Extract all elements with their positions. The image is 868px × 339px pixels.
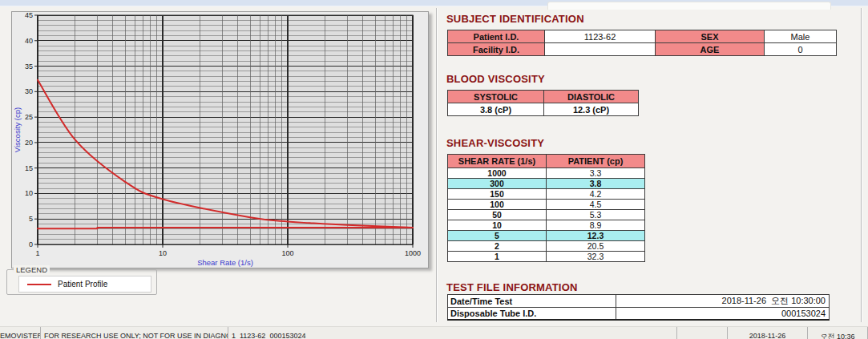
- x-tick-label: 10: [159, 249, 167, 257]
- shear-row: 220.5: [448, 241, 645, 252]
- legend-entry-box: Patient Profile: [18, 276, 151, 293]
- subject-label-cell: SEX: [656, 30, 765, 43]
- shear-rate-cell: 1: [448, 252, 547, 262]
- y-tick-label: 30: [25, 87, 33, 95]
- shear-rate-cell: 1000: [448, 168, 547, 179]
- subject-identification-table: Patient I.D.1123-62SEXMaleFacility I.D.A…: [447, 30, 837, 56]
- shear-rate-cell: 300: [448, 179, 547, 189]
- legend-groupbox: LEGEND Patient Profile: [6, 269, 157, 295]
- status-research-use-notice: FOR RESEARCH USE ONLY; NOT FOR USE IN DI…: [41, 327, 228, 339]
- status-empty-panel: [677, 327, 728, 339]
- y-tick-label: 5: [29, 215, 33, 223]
- legend-entry-label: Patient Profile: [58, 280, 107, 289]
- subject-label-cell: Patient I.D.: [448, 30, 545, 43]
- shear-viscosity-title: SHEAR-VISCOSITY: [446, 137, 544, 149]
- top-tab-highlight: [547, 2, 831, 10]
- patient-viscosity-cell: 32.3: [547, 252, 645, 262]
- subject-value-cell: [545, 43, 656, 56]
- shear-row: 1504.2: [448, 189, 645, 200]
- y-tick-label: 10: [25, 189, 33, 197]
- blood-header-cell: DIASTOLIC: [544, 91, 639, 103]
- shear-header-cell: PATIENT (cp): [547, 155, 645, 168]
- blood-header-row: SYSTOLICDIASTOLIC: [448, 91, 639, 103]
- subject-label-cell: AGE: [656, 43, 765, 56]
- status-test-file-name: 1_1123-62_000153024: [228, 327, 677, 339]
- y-tick-label: 35: [25, 63, 33, 71]
- patient-viscosity-cell: 12.3: [547, 231, 645, 241]
- patient-viscosity-cell: 4.2: [547, 189, 645, 200]
- y-tick-label: 15: [25, 164, 33, 172]
- shear-row: 108.9: [448, 220, 645, 231]
- shear-row: 3003.8: [448, 179, 645, 189]
- shear-rate-cell: 100: [448, 200, 547, 210]
- x-tick-label: 1000: [405, 249, 421, 257]
- panel-divider-right: [861, 8, 862, 322]
- y-tick-label: 40: [25, 37, 33, 45]
- subject-row: Facility I.D.AGE0: [448, 43, 837, 56]
- y-axis-title: Viscosity (cp): [13, 107, 22, 152]
- test-file-information-title: TEST FILE INFORMATION: [446, 281, 578, 293]
- blood-value-cell: 3.8 (cP): [448, 103, 544, 116]
- x-axis-title: Shear Rate (1/s): [197, 258, 253, 267]
- testfile-label-cell: Date/Time Test: [448, 295, 616, 308]
- x-tick-label: 100: [281, 249, 293, 257]
- test-file-information-table: Date/Time Test2018-11-26 오전 10:30:00Disp…: [447, 294, 830, 321]
- patient-viscosity-cell: 8.9: [547, 220, 645, 231]
- testfile-value-cell: 000153024: [616, 308, 830, 321]
- status-time: 오전 10:36: [808, 327, 868, 339]
- blood-viscosity-title: BLOOD VISCOSITY: [446, 73, 545, 85]
- patient-viscosity-cell: 3.8: [547, 179, 645, 189]
- status-app-name: EMOVISTER: [0, 327, 41, 339]
- status-date: 2018-11-26: [728, 327, 808, 339]
- blood-value-row: 3.8 (cP)12.3 (cP): [448, 103, 639, 116]
- testfile-value-cell: 2018-11-26 오전 10:30:00: [616, 295, 830, 308]
- shear-row: 132.3: [448, 252, 645, 262]
- legend-caption: LEGEND: [14, 265, 50, 274]
- panel-divider-left: [436, 8, 438, 322]
- viscosity-chart-panel: 0510152025303540451101001000Shear Rate (…: [11, 11, 429, 268]
- shear-row: 1004.5: [448, 200, 645, 210]
- blood-value-cell: 12.3 (cP): [544, 103, 639, 116]
- testfile-label-cell: Disposable Tube I.D.: [448, 308, 616, 321]
- testfile-row: Date/Time Test2018-11-26 오전 10:30:00: [448, 295, 830, 308]
- subject-label-cell: Facility I.D.: [448, 43, 545, 56]
- patient-viscosity-cell: 20.5: [547, 241, 645, 252]
- shear-row: 512.3: [448, 231, 645, 241]
- y-tick-label: 0: [29, 240, 33, 248]
- patient-profile-line-sample: [27, 284, 51, 285]
- shear-header-row: SHEAR RATE (1/s)PATIENT (cp): [448, 155, 645, 168]
- y-tick-label: 20: [25, 139, 33, 147]
- patient-viscosity-cell: 3.3: [547, 168, 645, 179]
- blood-header-cell: SYSTOLIC: [448, 91, 544, 103]
- shear-viscosity-table: SHEAR RATE (1/s)PATIENT (cp)10003.33003.…: [447, 154, 645, 262]
- y-tick-label: 25: [25, 113, 33, 121]
- x-tick-label: 1: [35, 249, 39, 257]
- viscosity-report-window: 0510152025303540451101001000Shear Rate (…: [0, 0, 868, 339]
- shear-row: 10003.3: [448, 168, 645, 179]
- status-bar: EMOVISTERFOR RESEARCH USE ONLY; NOT FOR …: [0, 326, 868, 339]
- subject-value-cell: 1123-62: [545, 30, 656, 43]
- testfile-row: Disposable Tube I.D.000153024: [448, 308, 830, 321]
- subject-identification-title: SUBJECT IDENTIFICATION: [446, 13, 584, 25]
- blood-viscosity-table: SYSTOLICDIASTOLIC3.8 (cP)12.3 (cP): [447, 90, 639, 116]
- shear-row: 505.3: [448, 210, 645, 220]
- subject-row: Patient I.D.1123-62SEXMale: [448, 30, 837, 43]
- shear-header-cell: SHEAR RATE (1/s): [448, 155, 547, 168]
- y-tick-label: 45: [25, 12, 33, 19]
- patient-viscosity-cell: 4.5: [547, 200, 645, 210]
- shear-rate-cell: 5: [448, 231, 547, 241]
- viscosity-vs-shear-rate-chart: 0510152025303540451101001000Shear Rate (…: [12, 12, 428, 268]
- shear-rate-cell: 50: [448, 210, 547, 220]
- shear-rate-cell: 150: [448, 189, 547, 200]
- patient-viscosity-cell: 5.3: [547, 210, 645, 220]
- shear-rate-cell: 10: [448, 220, 547, 231]
- subject-value-cell: Male: [765, 30, 837, 43]
- shear-rate-cell: 2: [448, 241, 547, 252]
- subject-value-cell: 0: [765, 43, 837, 56]
